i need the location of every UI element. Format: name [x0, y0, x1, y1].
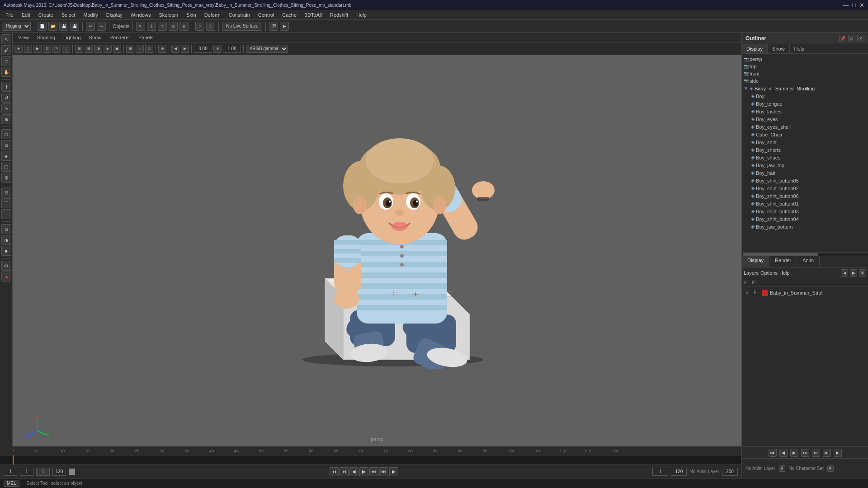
render-btn[interactable]: 🎬: [269, 22, 278, 31]
menu-cache[interactable]: Cache: [278, 11, 300, 19]
soft-select[interactable]: ○: [195, 22, 204, 31]
undo-btn[interactable]: ↩: [86, 22, 95, 31]
tree-item-button01[interactable]: ◈ Boy_shirt_button01: [742, 200, 868, 207]
anim-layer-btn[interactable]: ⊕: [779, 465, 785, 472]
vp-tb-5[interactable]: ✎: [52, 45, 61, 53]
tree-item-lashes[interactable]: ◈ Boy_lashes: [742, 108, 868, 115]
tree-item-button02[interactable]: ◈ Boy_shirt_button02: [742, 184, 868, 192]
rb-tab-anim[interactable]: Anim: [797, 256, 820, 267]
rtc-btn-4[interactable]: ⏭: [801, 449, 809, 457]
outliner-close-btn[interactable]: ✕: [857, 35, 864, 42]
menu-3dtoall[interactable]: 3DToAll: [301, 11, 326, 19]
outliner-tab-show[interactable]: Show: [768, 44, 790, 53]
maximize-btn[interactable]: □: [852, 2, 856, 9]
save-as-btn[interactable]: 💾: [70, 22, 79, 31]
rotate-tool[interactable]: ↺: [158, 22, 167, 31]
tree-item-root[interactable]: ▼ ◈ Baby_in_Summer_Strolling_: [742, 84, 868, 92]
vp-tb-6[interactable]: |: [62, 45, 70, 53]
outliner-dock-btn[interactable]: □: [848, 35, 855, 42]
settings-lt-btn[interactable]: ⚙: [1, 261, 11, 271]
range-end-input[interactable]: [671, 468, 687, 476]
window-controls[interactable]: — □ ✕: [843, 2, 864, 9]
menu-select[interactable]: Select: [58, 11, 79, 19]
outliner-pin-btn[interactable]: 📌: [839, 35, 846, 42]
menu-modify[interactable]: Modify: [80, 11, 101, 19]
snap-curve-btn[interactable]: ⌒: [1, 198, 11, 208]
menu-skeleton[interactable]: Skeleton: [155, 11, 182, 19]
rb-tab-display[interactable]: Display: [742, 256, 769, 267]
minimize-btn[interactable]: —: [843, 2, 849, 9]
tree-item-tongue[interactable]: ◈ Boy_tongue: [742, 100, 868, 108]
menu-edit[interactable]: Edit: [18, 11, 34, 19]
snap-grid-btn[interactable]: ⊟: [1, 188, 11, 197]
vp-tb-1[interactable]: ◈: [14, 45, 23, 53]
vp-tb-14[interactable]: ⊕: [158, 45, 166, 53]
tree-item-top[interactable]: 📷 top: [742, 63, 868, 70]
vp-menu-view[interactable]: View: [14, 34, 33, 41]
tree-item-jaw-bottom[interactable]: ◈ Boy_jaw_bottom: [742, 223, 868, 230]
layer-prev-btn[interactable]: ◀: [841, 269, 848, 277]
grab-btn[interactable]: ✋: [1, 67, 11, 77]
timeline-content[interactable]: [0, 455, 741, 465]
step-fwd-btn[interactable]: ⏭: [369, 467, 378, 476]
menu-display[interactable]: Display: [103, 11, 126, 19]
tree-item-button05[interactable]: ◈ Boy_shirt_button05: [742, 177, 868, 184]
tree-item-hair[interactable]: ◈ Boy_hair: [742, 169, 868, 177]
vp-tb-2[interactable]: □: [24, 45, 32, 53]
tree-item-boy[interactable]: ◈ Boy: [742, 92, 868, 100]
field-value2[interactable]: [223, 45, 241, 53]
vp-tb-10[interactable]: ■: [104, 45, 112, 53]
vp-tb-12[interactable]: ○: [136, 45, 144, 53]
rtc-btn-2[interactable]: ◀: [779, 449, 788, 457]
tree-item-button03[interactable]: ◈ Boy_shirt_button03: [742, 207, 868, 215]
help-label[interactable]: Help: [779, 270, 790, 276]
vp-tb-8[interactable]: ⊟: [85, 45, 93, 53]
menu-skin[interactable]: Skin: [183, 11, 199, 19]
loop-btn[interactable]: ▶: [389, 467, 398, 476]
vp-tb-4[interactable]: ⊡: [43, 45, 51, 53]
gamma-selector[interactable]: sRGB gamma: [246, 45, 288, 53]
rtc-btn-3[interactable]: ▶: [790, 449, 798, 457]
texture-btn[interactable]: ■: [1, 246, 11, 256]
tree-item-front[interactable]: 📷 front: [742, 70, 868, 77]
vp-menu-lighting[interactable]: Lighting: [60, 34, 85, 41]
tree-item-shorts[interactable]: ◈ Boy_shorts: [742, 146, 868, 154]
outliner-tab-display[interactable]: Display: [742, 44, 768, 53]
layer-p-check[interactable]: P: [754, 290, 760, 295]
menu-constrain[interactable]: Constrain: [225, 11, 254, 19]
mel-label[interactable]: MEL: [4, 480, 19, 487]
rb-tab-render[interactable]: Render: [769, 256, 797, 267]
start-frame-input[interactable]: [20, 468, 33, 476]
outliner-hscrollbar[interactable]: [742, 252, 868, 256]
tree-item-button04[interactable]: ◈ Boy_shirt_button04: [742, 215, 868, 223]
face-btn[interactable]: ◫: [1, 162, 11, 172]
rotate-lt-btn[interactable]: ↺: [1, 93, 11, 103]
char-set-btn[interactable]: ⊕: [827, 465, 834, 472]
vp-tb-icon[interactable]: ⊙: [213, 45, 222, 53]
wire-btn[interactable]: ⊡: [1, 224, 11, 234]
play-back-btn[interactable]: ◀: [349, 467, 359, 476]
vp-tb-11[interactable]: ▣: [113, 45, 121, 53]
tree-item-eyes[interactable]: ◈ Boy_eyes: [742, 115, 868, 123]
save-btn[interactable]: 💾: [59, 22, 68, 31]
menu-control[interactable]: Control: [255, 11, 278, 19]
vp-menu-shading[interactable]: Shading: [33, 34, 59, 41]
universal-lt-btn[interactable]: ⊕: [1, 114, 11, 124]
vp-menu-panels[interactable]: Panels: [135, 34, 157, 41]
uv-btn[interactable]: ⊞: [1, 173, 11, 183]
move-lt-btn[interactable]: ✛: [1, 82, 11, 92]
select-mode-btn[interactable]: ↖: [1, 34, 11, 44]
snap-point-btn[interactable]: ·: [1, 209, 11, 219]
open-btn[interactable]: 📂: [48, 22, 57, 31]
tree-item-shoes[interactable]: ◈ Boy_shoes: [742, 154, 868, 161]
scale-lt-btn[interactable]: ⇲: [1, 103, 11, 113]
vp-tb-3[interactable]: ▶: [33, 45, 42, 53]
tree-item-eyes-shell[interactable]: ◈ Boy_eyes_shell: [742, 123, 868, 131]
edge-btn[interactable]: ⊡: [1, 140, 11, 150]
tree-item-cube-chair[interactable]: ◈ Cube_Chair: [742, 131, 868, 138]
field-value1[interactable]: [194, 45, 212, 53]
menu-windows[interactable]: Windows: [127, 11, 155, 19]
range-start-input[interactable]: [652, 468, 668, 476]
rtc-btn-7[interactable]: ▶: [834, 449, 842, 457]
new-scene-btn[interactable]: 📄: [38, 22, 47, 31]
